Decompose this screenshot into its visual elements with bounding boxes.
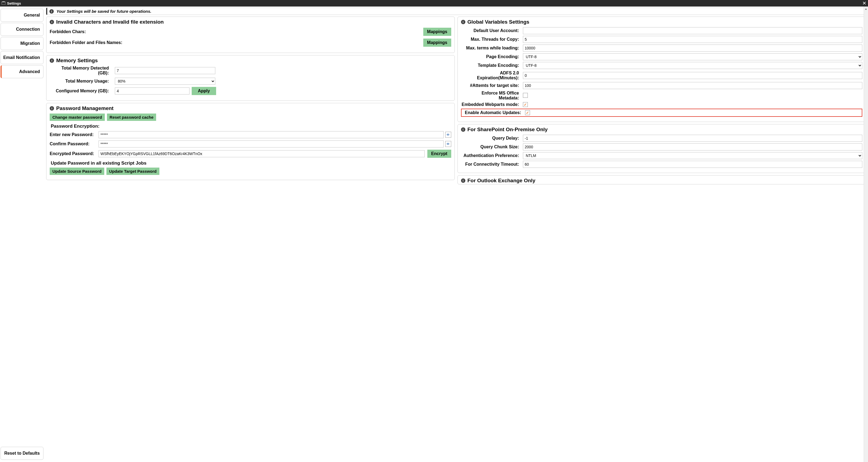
confirm-password-label: Confirm Password: [50, 142, 98, 146]
tab-label: General [24, 13, 40, 18]
memory-settings-panel: i Memory Settings Total Memory Detected … [46, 55, 455, 101]
forbidden-chars-label: Forbidden Chars: [50, 29, 423, 34]
content-area: i Your Settings will be saved for future… [44, 6, 868, 462]
panel-title-text: For Outlook Exchange Only [468, 178, 535, 184]
configured-memory-label: Configured Memory (GB): [50, 89, 115, 93]
auto-updates-highlight: Enable Automatic Updates: ✓ [461, 109, 863, 117]
panel-title-text: For SharePoint On-Premise Only [468, 127, 548, 132]
memory-detected-input[interactable] [115, 67, 215, 74]
info-icon: i [50, 20, 54, 24]
show-password-icon[interactable]: 👁 [445, 141, 451, 147]
info-icon: i [461, 179, 465, 183]
default-user-input[interactable] [523, 27, 863, 34]
svg-rect-0 [2, 2, 5, 5]
forbidden-chars-mappings-button[interactable]: Mappings [423, 28, 451, 36]
change-master-password-button[interactable]: Change master password [50, 114, 105, 121]
invalid-chars-panel: i Invalid Characters and Invalid file ex… [46, 17, 455, 53]
auth-preference-label: Authentication Preference: [461, 153, 523, 158]
query-delay-input[interactable] [523, 135, 863, 142]
default-user-label: Default User Account: [461, 28, 523, 33]
password-encryption-heading: Password Encryption: [51, 124, 451, 129]
confirm-password-input[interactable] [98, 141, 444, 148]
enter-password-label: Enter new Password: [50, 132, 98, 137]
connectivity-timeout-input[interactable] [523, 161, 863, 168]
template-encoding-label: Template Encoding: [461, 63, 523, 68]
update-password-heading: Update Password in all existing Script J… [51, 160, 451, 166]
encrypted-password-input[interactable] [98, 150, 425, 157]
encrypted-password-label: Encrypted Password: [50, 151, 98, 156]
tab-label: Advanced [19, 69, 40, 74]
attempts-input[interactable] [523, 82, 863, 89]
close-icon[interactable]: ✕ [862, 0, 866, 6]
max-terms-label: Max. terms while loading: [461, 45, 523, 51]
max-terms-input[interactable] [523, 44, 863, 52]
info-icon: i [50, 58, 54, 63]
page-encoding-label: Page Encoding: [461, 54, 523, 59]
max-threads-label: Max. Threads for Copy: [461, 37, 523, 42]
info-banner: i Your Settings will be saved for future… [46, 8, 866, 15]
info-message: Your Settings will be saved for future o… [57, 9, 152, 13]
configured-memory-input[interactable] [115, 88, 189, 94]
update-target-password-button[interactable]: Update Target Password [106, 167, 159, 175]
panel-title-text: Memory Settings [56, 58, 98, 64]
forbidden-names-mappings-button[interactable]: Mappings [423, 38, 451, 47]
password-management-panel: i Password Management Change master pass… [46, 103, 455, 180]
max-threads-input[interactable] [523, 36, 863, 43]
auth-preference-select[interactable]: NTLM [523, 152, 863, 159]
tab-label: Connection [16, 27, 40, 32]
memory-usage-label: Total Memory Usage: [50, 79, 115, 84]
vertical-scrollbar[interactable]: ▲ [864, 6, 868, 462]
tab-label: Migration [20, 41, 40, 46]
sidebar: General Connection Migration Email Notif… [0, 6, 44, 462]
info-icon: i [461, 127, 465, 132]
info-icon: i [50, 9, 54, 13]
tab-connection[interactable]: Connection [1, 23, 43, 36]
info-icon: i [461, 20, 465, 24]
panel-title-text: Password Management [56, 105, 114, 111]
apply-memory-button[interactable]: Apply [192, 87, 216, 95]
window-icon [2, 1, 5, 5]
scroll-up-icon[interactable]: ▲ [864, 6, 868, 11]
panel-title-text: Invalid Characters and Invalid file exte… [56, 19, 164, 25]
attempts-label: #Attemts for target site: [461, 83, 523, 88]
title-bar: Settings ✕ [0, 0, 868, 6]
global-variables-panel: i Global Variables Settings Default User… [458, 17, 866, 122]
query-chunk-label: Query Chunk Size: [461, 145, 523, 149]
encrypt-button[interactable]: Encrypt [427, 150, 451, 158]
webparts-mode-checkbox[interactable]: ✓ [523, 102, 528, 107]
tab-email-notification[interactable]: Email Notification [1, 51, 43, 64]
webparts-mode-label: Embedded Webparts mode: [461, 102, 523, 107]
query-delay-label: Query Delay: [461, 136, 523, 141]
auto-updates-label: Enable Automatic Updates: [463, 110, 525, 115]
panel-title-text: Global Variables Settings [468, 19, 529, 25]
adfs-expiration-input[interactable] [523, 72, 863, 79]
enter-password-input[interactable] [98, 131, 444, 138]
enforce-metadata-label: Enforce MS Office Metadata: [461, 91, 523, 100]
tab-general[interactable]: General [1, 9, 43, 22]
query-chunk-input[interactable] [523, 144, 863, 151]
svg-rect-1 [3, 1, 4, 2]
window-title: Settings [7, 1, 21, 5]
reset-to-defaults-button[interactable]: Reset to Defaults [1, 447, 43, 460]
tab-advanced[interactable]: Advanced [1, 65, 43, 78]
info-icon: i [50, 106, 54, 111]
memory-detected-label: Total Memory Detected (GB): [50, 66, 115, 75]
update-source-password-button[interactable]: Update Source Password [50, 167, 104, 175]
page-encoding-select[interactable]: UTF-8 [523, 53, 863, 60]
forbidden-names-label: Forbidden Folder and Files Names: [50, 40, 423, 45]
adfs-expiration-label: ADFS 2.0 Expiration(Minutes): [461, 71, 523, 81]
outlook-exchange-panel: i For Outlook Exchange Only [458, 175, 866, 184]
tab-migration[interactable]: Migration [1, 37, 43, 50]
show-password-icon[interactable]: 👁 [445, 132, 451, 138]
connectivity-timeout-label: For Connectivity Timeout: [461, 162, 523, 167]
enforce-metadata-checkbox[interactable] [523, 93, 528, 98]
template-encoding-select[interactable]: UTF-8 [523, 62, 863, 69]
tab-label: Email Notification [3, 55, 40, 60]
memory-usage-select[interactable]: 80% [115, 78, 215, 85]
reset-label: Reset to Defaults [4, 451, 40, 456]
auto-updates-checkbox[interactable]: ✓ [525, 110, 530, 115]
sharepoint-onprem-panel: i For SharePoint On-Premise Only Query D… [458, 124, 866, 173]
reset-password-cache-button[interactable]: Reset password cache [107, 114, 156, 121]
